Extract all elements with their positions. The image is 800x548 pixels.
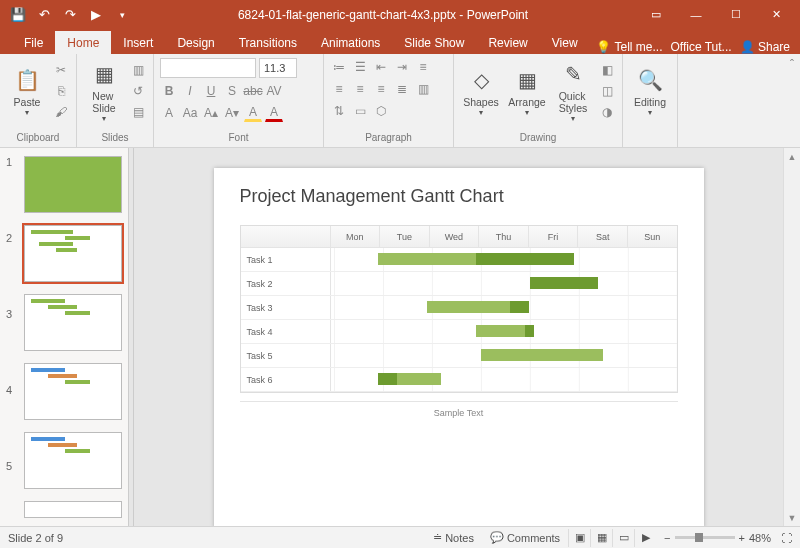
- clear-format-icon[interactable]: A: [160, 104, 178, 122]
- ribbon-display-icon[interactable]: ▭: [636, 0, 676, 29]
- shape-effects-icon[interactable]: ◑: [598, 103, 616, 121]
- zoom-control[interactable]: − + 48% ⛶: [656, 532, 792, 544]
- tab-animations[interactable]: Animations: [309, 31, 392, 54]
- section-icon[interactable]: ▤: [129, 103, 147, 121]
- gantt-chart[interactable]: Mon Tue Wed Thu Fri Sat Sun Task 1Task 2…: [240, 225, 678, 393]
- gantt-bar[interactable]: [510, 301, 530, 313]
- gantt-bar[interactable]: [378, 253, 476, 265]
- tab-transitions[interactable]: Transitions: [227, 31, 309, 54]
- normal-view-icon[interactable]: ▣: [568, 529, 590, 547]
- tab-slideshow[interactable]: Slide Show: [392, 31, 476, 54]
- columns-icon[interactable]: ▥: [414, 80, 432, 98]
- strikethrough-icon[interactable]: abc: [244, 82, 262, 100]
- slide-indicator[interactable]: Slide 2 of 9: [8, 532, 63, 544]
- grow-font-icon[interactable]: A▴: [202, 104, 220, 122]
- slide-thumbnail-4[interactable]: [24, 363, 122, 420]
- shape-fill-icon[interactable]: ◧: [598, 61, 616, 79]
- shapes-button[interactable]: ◇ Shapes▾: [460, 58, 502, 124]
- gantt-bar[interactable]: [476, 325, 525, 337]
- zoom-level[interactable]: 48%: [749, 532, 771, 544]
- highlight-icon[interactable]: A: [244, 104, 262, 122]
- layout-icon[interactable]: ▥: [129, 61, 147, 79]
- gantt-bar[interactable]: [525, 325, 535, 337]
- vertical-scrollbar[interactable]: ▲ ▼: [783, 148, 800, 526]
- cut-icon[interactable]: ✂: [52, 61, 70, 79]
- zoom-out-icon[interactable]: −: [664, 532, 670, 544]
- quick-styles-button[interactable]: ✎ Quick Styles▾: [552, 58, 594, 124]
- slide-canvas[interactable]: Project Management Gantt Chart Mon Tue W…: [134, 148, 783, 526]
- tab-file[interactable]: File: [12, 31, 55, 54]
- align-center-icon[interactable]: ≡: [351, 80, 369, 98]
- gantt-bar[interactable]: [397, 373, 441, 385]
- shrink-font-icon[interactable]: A▾: [223, 104, 241, 122]
- gantt-bar[interactable]: [530, 277, 599, 289]
- spacing-icon[interactable]: AV: [265, 82, 283, 100]
- change-case-icon[interactable]: Aa: [181, 104, 199, 122]
- scroll-down-icon[interactable]: ▼: [784, 509, 800, 526]
- share-button[interactable]: 👤 Share: [740, 40, 790, 54]
- bullets-icon[interactable]: ≔: [330, 58, 348, 76]
- save-icon[interactable]: 💾: [10, 7, 26, 23]
- comments-button[interactable]: 💬 Comments: [482, 527, 568, 549]
- collapse-ribbon-icon[interactable]: ˆ: [790, 58, 794, 72]
- shadow-icon[interactable]: S: [223, 82, 241, 100]
- align-right-icon[interactable]: ≡: [372, 80, 390, 98]
- font-size-box[interactable]: 11.3: [259, 58, 297, 78]
- zoom-in-icon[interactable]: +: [739, 532, 745, 544]
- slide-thumbnail-2[interactable]: [24, 225, 122, 282]
- decrease-indent-icon[interactable]: ⇤: [372, 58, 390, 76]
- line-spacing-icon[interactable]: ≡: [414, 58, 432, 76]
- slide-thumbnail-5[interactable]: [24, 432, 122, 489]
- minimize-icon[interactable]: —: [676, 0, 716, 29]
- underline-icon[interactable]: U: [202, 82, 220, 100]
- slide-thumbnail-pane[interactable]: 1 2 3 4 5 6: [0, 148, 128, 526]
- scroll-up-icon[interactable]: ▲: [784, 148, 800, 165]
- tab-home[interactable]: Home: [55, 31, 111, 54]
- addin-tab[interactable]: Office Tut...: [670, 40, 731, 54]
- gantt-bar[interactable]: [427, 301, 510, 313]
- slide-thumbnail-1[interactable]: [24, 156, 122, 213]
- justify-icon[interactable]: ≣: [393, 80, 411, 98]
- fit-to-window-icon[interactable]: ⛶: [781, 532, 792, 544]
- font-color-icon[interactable]: A: [265, 104, 283, 122]
- smartart-icon[interactable]: ⬡: [372, 102, 390, 120]
- bold-icon[interactable]: B: [160, 82, 178, 100]
- slide-thumbnail-6[interactable]: [24, 501, 122, 518]
- gantt-bar[interactable]: [476, 253, 574, 265]
- slide-thumbnail-3[interactable]: [24, 294, 122, 351]
- undo-icon[interactable]: ↶: [36, 7, 52, 23]
- align-text-icon[interactable]: ▭: [351, 102, 369, 120]
- close-icon[interactable]: ✕: [756, 0, 796, 29]
- start-from-beginning-icon[interactable]: ▶: [88, 7, 104, 23]
- copy-icon[interactable]: ⎘: [52, 82, 70, 100]
- text-direction-icon[interactable]: ⇅: [330, 102, 348, 120]
- format-painter-icon[interactable]: 🖌: [52, 103, 70, 121]
- tab-review[interactable]: Review: [476, 31, 539, 54]
- align-left-icon[interactable]: ≡: [330, 80, 348, 98]
- reset-icon[interactable]: ↺: [129, 82, 147, 100]
- increase-indent-icon[interactable]: ⇥: [393, 58, 411, 76]
- new-slide-button[interactable]: ▦ New Slide▾: [83, 58, 125, 124]
- tab-view[interactable]: View: [540, 31, 590, 54]
- shape-outline-icon[interactable]: ◫: [598, 82, 616, 100]
- redo-icon[interactable]: ↷: [62, 7, 78, 23]
- maximize-icon[interactable]: ☐: [716, 0, 756, 29]
- reading-view-icon[interactable]: ▭: [612, 529, 634, 547]
- gantt-bar[interactable]: [481, 349, 604, 361]
- editing-button[interactable]: 🔍 Editing▾: [629, 58, 671, 124]
- tab-insert[interactable]: Insert: [111, 31, 165, 54]
- tell-me[interactable]: 💡 Tell me...: [596, 40, 662, 54]
- tab-design[interactable]: Design: [165, 31, 226, 54]
- italic-icon[interactable]: I: [181, 82, 199, 100]
- notes-button[interactable]: ≐ Notes: [425, 527, 482, 549]
- qat-more-icon[interactable]: ▾: [114, 7, 130, 23]
- paste-button[interactable]: 📋 Paste▾: [6, 58, 48, 124]
- slide-title[interactable]: Project Management Gantt Chart: [240, 186, 678, 207]
- arrange-button[interactable]: ▦ Arrange▾: [506, 58, 548, 124]
- numbering-icon[interactable]: ☰: [351, 58, 369, 76]
- sorter-view-icon[interactable]: ▦: [590, 529, 612, 547]
- sample-text[interactable]: Sample Text: [240, 401, 678, 424]
- gantt-bar[interactable]: [378, 373, 398, 385]
- slideshow-view-icon[interactable]: ▶: [634, 529, 656, 547]
- font-family-box[interactable]: [160, 58, 256, 78]
